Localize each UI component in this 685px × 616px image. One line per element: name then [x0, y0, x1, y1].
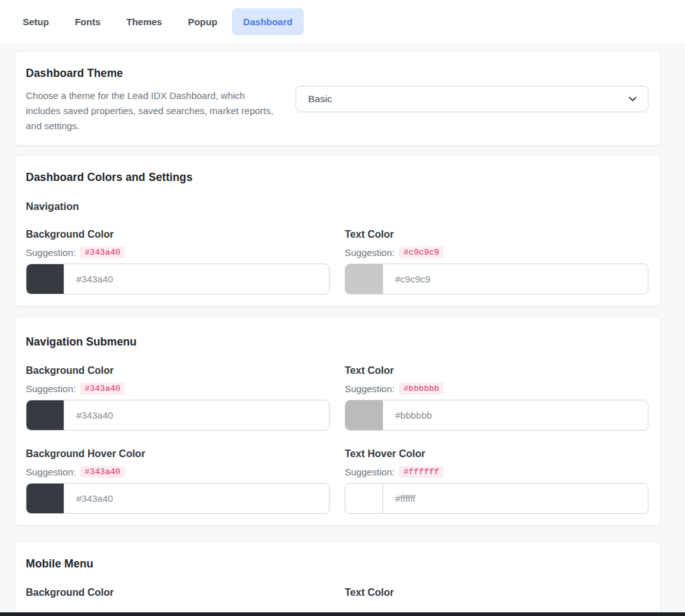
dashboard-theme-card: Dashboard Theme Choose a theme for the L…	[14, 51, 661, 146]
navigation-section-title: Navigation	[26, 200, 648, 212]
tab-themes[interactable]: Themes	[115, 8, 174, 35]
mobile-text-color-field: Text Color	[345, 587, 648, 598]
nav-background-color-field: Background Color Suggestion: #343a40	[26, 229, 330, 294]
submenu-text-color-input[interactable]	[383, 400, 648, 430]
mobile-background-color-field: Background Color	[26, 587, 330, 598]
chevron-down-icon	[627, 93, 638, 105]
nav-background-color-input[interactable]	[64, 264, 329, 294]
tab-bar-container: Setup Fonts Themes Popup Dashboard	[0, 0, 685, 43]
field-label: Background Hover Color	[26, 448, 330, 460]
color-swatch[interactable]	[345, 400, 383, 430]
bottom-dark-bar	[0, 612, 685, 616]
submenu-fields: Background Color Suggestion: #343a40 Tex…	[26, 365, 648, 514]
suggestion-value[interactable]: #343a40	[80, 466, 125, 478]
color-input-group	[26, 400, 330, 431]
suggestion-row: Suggestion: #343a40	[26, 466, 330, 478]
color-input-group	[26, 483, 330, 514]
dashboard-theme-description: Choose a theme for the Lead IDX Dashboar…	[26, 88, 279, 134]
suggestion-label: Suggestion:	[345, 383, 394, 394]
suggestion-label: Suggestion:	[26, 383, 76, 394]
color-input-group	[345, 400, 648, 431]
mobile-menu-fields: Background Color Text Color	[26, 587, 648, 598]
suggestion-label: Suggestion:	[26, 247, 76, 258]
tab-fonts[interactable]: Fonts	[64, 8, 112, 35]
suggestion-row: Suggestion: #343a40	[26, 383, 330, 395]
color-swatch[interactable]	[345, 264, 383, 294]
submenu-background-color-field: Background Color Suggestion: #343a40	[26, 365, 330, 431]
field-label: Text Hover Color	[345, 448, 648, 460]
navigation-submenu-title: Navigation Submenu	[26, 335, 648, 349]
settings-content: Dashboard Theme Choose a theme for the L…	[0, 43, 685, 616]
field-label: Text Color	[345, 229, 648, 240]
color-input-group	[26, 264, 330, 294]
navigation-fields: Background Color Suggestion: #343a40 Tex…	[26, 229, 648, 294]
color-input-group	[345, 264, 648, 294]
mobile-menu-title: Mobile Menu	[26, 557, 648, 571]
theme-select-value: Basic	[308, 93, 332, 105]
suggestion-value[interactable]: #c9c9c9	[399, 247, 444, 259]
suggestion-label: Suggestion:	[345, 467, 394, 477]
field-label: Text Color	[345, 587, 648, 598]
field-label: Background Color	[26, 587, 330, 598]
color-swatch[interactable]	[26, 264, 64, 294]
suggestion-value[interactable]: #343a40	[80, 247, 125, 259]
color-swatch[interactable]	[26, 400, 64, 430]
field-label: Background Color	[26, 365, 330, 376]
color-input-group	[345, 483, 648, 514]
submenu-background-color-input[interactable]	[64, 400, 329, 430]
nav-text-color-input[interactable]	[383, 264, 648, 294]
nav-text-color-field: Text Color Suggestion: #c9c9c9	[345, 229, 648, 294]
dashboard-colors-card: Dashboard Colors and Settings Navigation…	[14, 155, 661, 306]
submenu-text-hover-color-field: Text Hover Color Suggestion: #ffffff	[345, 448, 648, 514]
suggestion-row: Suggestion: #343a40	[26, 247, 330, 259]
suggestion-value[interactable]: #ffffff	[399, 466, 444, 478]
submenu-text-color-field: Text Color Suggestion: #bbbbbb	[345, 365, 648, 431]
tab-dashboard[interactable]: Dashboard	[232, 8, 304, 35]
color-swatch[interactable]	[26, 484, 64, 513]
suggestion-label: Suggestion:	[345, 247, 394, 258]
tab-setup[interactable]: Setup	[11, 8, 60, 35]
submenu-background-hover-color-field: Background Hover Color Suggestion: #343a…	[26, 448, 330, 514]
theme-select[interactable]: Basic	[296, 86, 648, 112]
tab-popup[interactable]: Popup	[176, 8, 229, 35]
field-label: Text Color	[345, 365, 648, 376]
color-swatch[interactable]	[345, 484, 383, 513]
submenu-text-hover-color-input[interactable]	[383, 484, 648, 513]
tab-bar: Setup Fonts Themes Popup Dashboard	[11, 8, 685, 35]
dashboard-colors-title: Dashboard Colors and Settings	[26, 171, 648, 184]
suggestion-row: Suggestion: #bbbbbb	[345, 383, 648, 395]
suggestion-label: Suggestion:	[26, 467, 76, 477]
dashboard-theme-title: Dashboard Theme	[26, 67, 648, 80]
suggestion-value[interactable]: #343a40	[80, 383, 125, 395]
submenu-background-hover-color-input[interactable]	[64, 484, 329, 513]
navigation-submenu-card: Navigation Submenu Background Color Sugg…	[14, 317, 661, 526]
field-label: Background Color	[26, 229, 330, 240]
suggestion-row: Suggestion: #c9c9c9	[345, 247, 648, 259]
suggestion-value[interactable]: #bbbbbb	[399, 383, 444, 395]
suggestion-row: Suggestion: #ffffff	[345, 466, 648, 478]
mobile-menu-card: Mobile Menu Background Color Text Color	[14, 542, 661, 616]
